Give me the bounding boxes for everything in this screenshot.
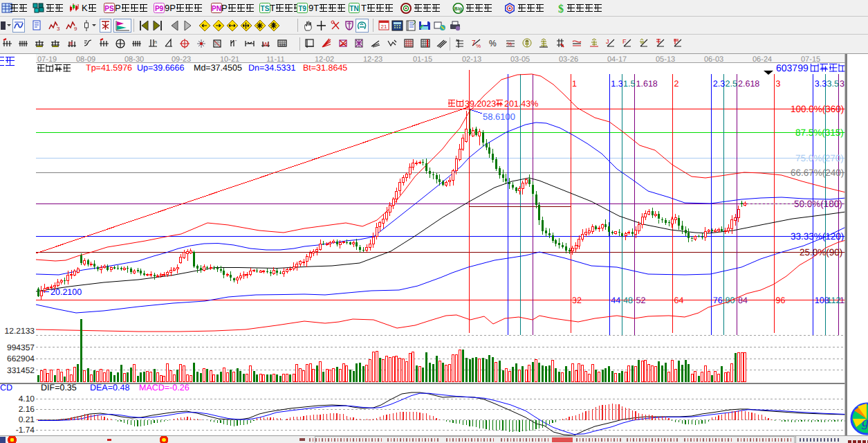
svg-text:TN: TN xyxy=(349,5,358,12)
svg-text:09-23: 09-23 xyxy=(172,55,191,64)
svg-text:331452: 331452 xyxy=(7,365,35,375)
svg-text:32: 32 xyxy=(572,296,582,305)
svg-text:96: 96 xyxy=(776,296,786,305)
svg-text:123: 123 xyxy=(279,43,286,47)
svg-text:$: $ xyxy=(558,3,564,14)
svg-text:76: 76 xyxy=(713,296,723,305)
svg-text:25.0%(90): 25.0%(90) xyxy=(800,247,842,257)
svg-text:50.0%(180): 50.0%(180) xyxy=(794,199,842,209)
svg-text:%: % xyxy=(489,39,497,48)
svg-text:994357: 994357 xyxy=(7,343,35,352)
svg-text:58.6100: 58.6100 xyxy=(483,111,515,122)
svg-text:1: 1 xyxy=(572,79,577,89)
svg-text:%: % xyxy=(507,41,512,47)
svg-text:TS: TS xyxy=(261,5,270,12)
svg-text:44: 44 xyxy=(611,296,620,305)
svg-text:9: 9 xyxy=(74,26,77,32)
svg-text:12.2133: 12.2133 xyxy=(5,326,35,336)
svg-text:MACD=-0.26: MACD=-0.26 xyxy=(139,383,190,392)
svg-text:Up=39.6666: Up=39.6666 xyxy=(137,63,185,73)
svg-text:n: n xyxy=(154,39,157,44)
svg-text:": " xyxy=(235,39,237,44)
svg-text:#: # xyxy=(69,40,73,47)
svg-text:603799: 603799 xyxy=(776,62,809,73)
svg-text:04-17: 04-17 xyxy=(607,55,627,64)
svg-text:03-26: 03-26 xyxy=(559,55,578,64)
svg-text:1.618: 1.618 xyxy=(636,79,658,89)
svg-text:1.5: 1.5 xyxy=(623,79,635,89)
svg-text:PS: PS xyxy=(104,5,114,12)
svg-text:201.43%: 201.43% xyxy=(504,99,538,109)
svg-text:T9: T9 xyxy=(298,5,306,12)
svg-text:112: 112 xyxy=(827,296,841,305)
svg-text:80: 80 xyxy=(726,296,735,305)
svg-text:08-30: 08-30 xyxy=(124,55,144,64)
svg-text:64: 64 xyxy=(674,296,684,305)
svg-text:12-23: 12-23 xyxy=(363,55,382,64)
svg-text:12-02: 12-02 xyxy=(315,55,334,64)
svg-text:Big: Big xyxy=(454,6,462,12)
svg-text:48: 48 xyxy=(623,296,633,305)
svg-text:87.5%(315): 87.5%(315) xyxy=(795,127,844,138)
svg-text:Dn=34.5331: Dn=34.5331 xyxy=(248,63,296,73)
svg-text:3: 3 xyxy=(776,79,781,89)
svg-text:P9: P9 xyxy=(155,5,164,12)
svg-text:4.10: 4.10 xyxy=(19,394,35,404)
svg-text:3.5: 3.5 xyxy=(827,79,839,89)
svg-text:07-19: 07-19 xyxy=(37,55,57,64)
svg-text:11-11: 11-11 xyxy=(266,55,285,64)
svg-text:06-24: 06-24 xyxy=(752,55,772,64)
svg-text:g: g xyxy=(862,415,868,430)
svg-text:66.67%(240): 66.67%(240) xyxy=(791,168,844,178)
svg-text:21: 21 xyxy=(381,24,387,30)
svg-text:2.16: 2.16 xyxy=(19,404,35,414)
svg-text:2.3: 2.3 xyxy=(713,79,725,89)
svg-text:02-13: 02-13 xyxy=(462,55,481,64)
svg-text:DEA=0.48: DEA=0.48 xyxy=(90,383,129,392)
svg-text:03-05: 03-05 xyxy=(510,55,530,64)
svg-text:Bt=31.8645: Bt=31.8645 xyxy=(303,63,347,73)
svg-text:DIF=0.35: DIF=0.35 xyxy=(41,383,77,392)
svg-text:F: F xyxy=(622,38,627,45)
svg-text:75.0%(270): 75.0%(270) xyxy=(795,153,844,163)
svg-text:PN: PN xyxy=(212,5,221,12)
svg-text:Tp=41.5976: Tp=41.5976 xyxy=(86,63,132,73)
svg-text:100.0%(360): 100.0%(360) xyxy=(791,104,844,114)
svg-text:W: W xyxy=(263,41,269,48)
svg-text:2.618: 2.618 xyxy=(738,79,759,89)
svg-text:662904: 662904 xyxy=(7,354,35,363)
svg-text:J: J xyxy=(606,38,609,45)
svg-text:Md=37.4505: Md=37.4505 xyxy=(194,63,242,73)
svg-text:-1.74: -1.74 xyxy=(16,425,35,435)
svg-text:2.5: 2.5 xyxy=(726,79,737,89)
svg-text:10-21: 10-21 xyxy=(220,55,239,64)
svg-text:3.3: 3.3 xyxy=(815,79,827,89)
svg-text:08-09: 08-09 xyxy=(76,55,95,64)
svg-text:%: % xyxy=(476,43,481,49)
svg-text:2: 2 xyxy=(674,79,679,89)
svg-text:05-13: 05-13 xyxy=(656,55,675,64)
svg-text:1.3: 1.3 xyxy=(611,79,622,89)
svg-text:CD: CD xyxy=(0,383,12,392)
svg-text:52: 52 xyxy=(636,296,646,305)
svg-text:3: 3 xyxy=(57,26,60,32)
svg-text:06-03: 06-03 xyxy=(704,55,723,64)
svg-text:01-15: 01-15 xyxy=(413,55,432,64)
svg-text:0.21: 0.21 xyxy=(19,415,35,424)
